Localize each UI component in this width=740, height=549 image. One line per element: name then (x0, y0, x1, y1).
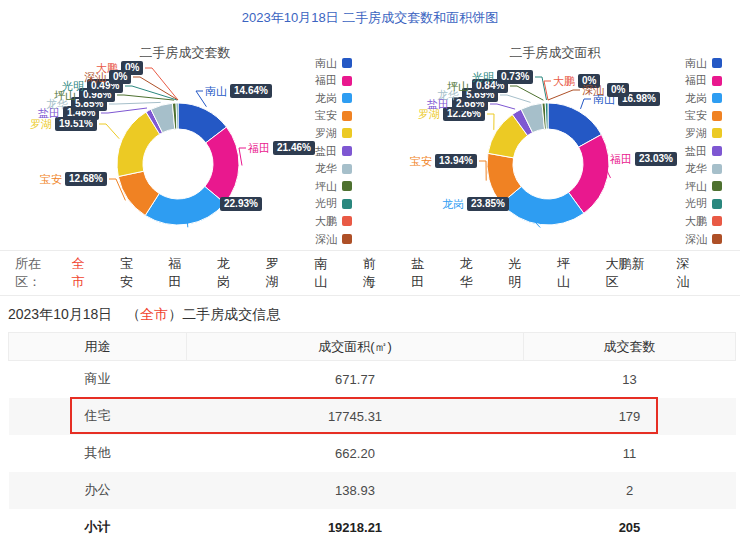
pie-leader-line-longhua (109, 102, 161, 104)
pie-leader-line-shenshan (548, 90, 580, 100)
pie-leader-line-yantian (490, 104, 515, 109)
legend-item-luohu[interactable]: 罗湖 (685, 127, 722, 139)
pie-leader-line-nanshan (196, 91, 206, 107)
cell-count: 13 (524, 361, 736, 398)
legend-item-longhua[interactable]: 龙华 (685, 163, 722, 175)
filter-option-yantian[interactable]: 盐田 (411, 255, 434, 291)
legend-item-luohu[interactable]: 罗湖 (315, 127, 352, 139)
legend-item-pingshan[interactable]: 坪山 (315, 180, 352, 192)
pie-leader-line-futian (239, 148, 246, 166)
filter-option-dapengxinqu[interactable]: 大鹏新区 (605, 255, 650, 291)
filter-option-shenshan[interactable]: 深汕 (677, 255, 700, 291)
legend-item-baoan[interactable]: 宝安 (315, 110, 352, 122)
pie-slice-guangming[interactable] (176, 103, 178, 129)
legend-swatch (712, 128, 722, 138)
legend-item-baoan[interactable]: 宝安 (685, 110, 722, 122)
col-header-use: 用途 (9, 333, 187, 361)
filter-option-guangming[interactable]: 光明 (508, 255, 531, 291)
legend-label: 龙岗 (315, 91, 337, 106)
legend-swatch (342, 234, 352, 244)
legend-label: 深汕 (315, 232, 337, 247)
legend-item-guangming[interactable]: 光明 (315, 198, 352, 210)
legend-item-pingshan[interactable]: 坪山 (685, 180, 722, 192)
table-row-qita: 其他662.2011 (9, 435, 736, 472)
legend-swatch (342, 199, 352, 209)
cell-use: 小计 (9, 509, 187, 546)
legend-item-yantian[interactable]: 盐田 (315, 145, 352, 157)
legend-label: 福田 (685, 73, 707, 88)
legend-swatch (342, 111, 352, 121)
legend-swatch (712, 216, 722, 226)
legend-item-longhua[interactable]: 龙华 (315, 163, 352, 175)
pie-leader-line-luohu (99, 124, 119, 139)
filter-options: 全市宝安福田龙岗罗湖南山前海盐田龙华光明坪山大鹏新区深汕 (71, 255, 725, 291)
legend-label: 坪山 (315, 179, 337, 194)
legend-label: 深汕 (685, 232, 707, 247)
legend-swatch (342, 128, 352, 138)
cell-area: 17745.31 (187, 398, 524, 435)
legend-swatch (712, 146, 722, 156)
pie-leader-line-longhua (500, 95, 531, 102)
legend-label: 盐田 (315, 144, 337, 159)
table-row-bangong: 办公138.932 (9, 472, 736, 509)
legend-label: 龙岗 (685, 91, 707, 106)
page-title: 2023年10月18日 二手房成交套数和面积饼图 (0, 0, 740, 33)
col-header-area: 成交面积(㎡) (187, 333, 524, 361)
legend-item-futian[interactable]: 福田 (315, 75, 352, 87)
legend-item-shenshan[interactable]: 深汕 (685, 233, 722, 245)
legend-swatch (712, 111, 722, 121)
pie-leader-line-luohu (487, 114, 494, 130)
legend-label: 南山 (685, 56, 707, 71)
legend-item-shenshan[interactable]: 深汕 (315, 233, 352, 245)
legend-swatch (712, 199, 722, 209)
filter-label: 所在区： (15, 255, 63, 291)
filter-option-quanshi[interactable]: 全市 (71, 255, 94, 291)
filter-option-longhua[interactable]: 龙华 (460, 255, 483, 291)
legend-item-futian[interactable]: 福田 (685, 75, 722, 87)
legend-label: 罗湖 (315, 126, 337, 141)
district-filter-bar: 所在区： 全市宝安福田龙岗罗湖南山前海盐田龙华光明坪山大鹏新区深汕 (0, 250, 740, 296)
legend-label: 坪山 (685, 179, 707, 194)
legend-item-yantian[interactable]: 盐田 (685, 145, 722, 157)
cell-use: 其他 (9, 435, 187, 472)
cell-use: 办公 (9, 472, 187, 509)
filter-option-pingshan[interactable]: 坪山 (557, 255, 580, 291)
chart-panel-transaction-count: 南山14.64%福田21.46%龙岗22.93%宝安12.68%罗湖19.51%… (0, 36, 370, 246)
section-title-suffix: 二手房成交信息 (182, 306, 280, 322)
legend-item-dapeng[interactable]: 大鹏 (685, 215, 722, 227)
legend-swatch (342, 76, 352, 86)
col-header-count: 成交套数 (524, 333, 736, 361)
legend-item-nanshan[interactable]: 南山 (315, 57, 352, 69)
cell-count: 179 (524, 398, 736, 435)
section-title-date: 2023年10月18日 (8, 306, 112, 322)
table-row-xiaoji: 小计19218.21205 (9, 509, 736, 546)
legend-label: 大鹏 (685, 214, 707, 229)
table-row-zhuzhai: 住宅17745.31179 (9, 398, 736, 435)
filter-option-qianhai[interactable]: 前海 (363, 255, 386, 291)
legend-item-nanshan[interactable]: 南山 (685, 57, 722, 69)
filter-option-futian[interactable]: 福田 (169, 255, 192, 291)
legend-label: 龙华 (685, 161, 707, 176)
pie-leader-line-baoan (479, 161, 486, 181)
filter-option-longgang[interactable]: 龙岗 (217, 255, 240, 291)
charts-row: 南山14.64%福田21.46%龙岗22.93%宝安12.68%罗湖19.51%… (0, 36, 740, 246)
filter-option-baoan[interactable]: 宝安 (120, 255, 143, 291)
table-row-shangye: 商业671.7713 (9, 361, 736, 398)
pie-leader-line-nanshan (581, 99, 592, 109)
legend-item-dapeng[interactable]: 大鹏 (315, 215, 352, 227)
legend-swatch (712, 76, 722, 86)
filter-option-nanshan[interactable]: 南山 (314, 255, 337, 291)
legend-swatch (342, 216, 352, 226)
legend-label: 光明 (315, 196, 337, 211)
legend-label: 龙华 (315, 161, 337, 176)
legend-item-longgang[interactable]: 龙岗 (315, 92, 352, 104)
section-title: 2023年10月18日（全市）二手房成交信息 (0, 296, 740, 332)
paren-open: （ (126, 306, 140, 322)
table-header-row: 用途 成交面积(㎡) 成交套数 (9, 333, 736, 361)
legend-item-guangming[interactable]: 光明 (685, 198, 722, 210)
legend-label: 大鹏 (315, 214, 337, 229)
legend-item-longgang[interactable]: 龙岗 (685, 92, 722, 104)
filter-option-luohu[interactable]: 罗湖 (266, 255, 289, 291)
legend-label: 罗湖 (685, 126, 707, 141)
legend-swatch (712, 164, 722, 174)
